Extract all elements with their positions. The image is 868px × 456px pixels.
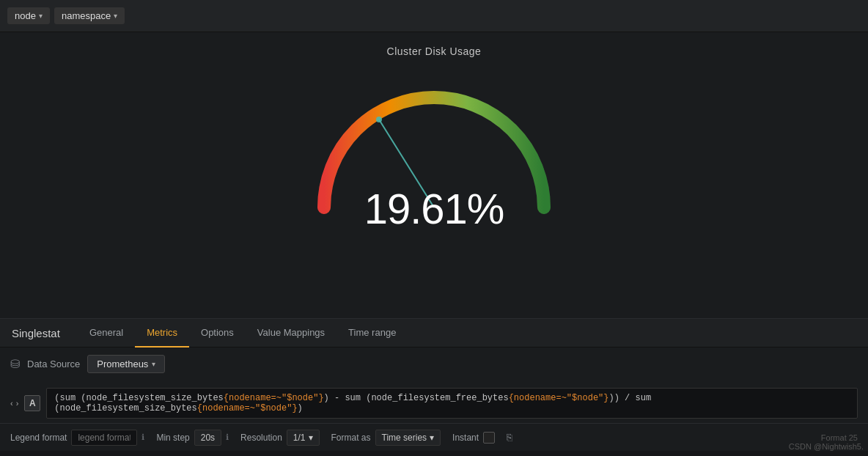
tab-time-range[interactable]: Time range <box>336 318 408 347</box>
chevron-left-icon: ‹ <box>10 399 13 408</box>
resolution-group: Resolution 1/1 ▾ <box>240 430 319 446</box>
metrics-section: ⛁ Data Source Prometheus ▾ <box>0 347 868 385</box>
namespace-label: namespace <box>62 10 111 21</box>
prometheus-button[interactable]: Prometheus ▾ <box>87 355 165 373</box>
resolution-select[interactable]: 1/1 ▾ <box>287 430 320 446</box>
svg-point-1 <box>376 117 382 122</box>
watermark: CSDN @Nightwish5. <box>789 441 864 452</box>
legend-format-input[interactable] <box>71 430 137 446</box>
node-label: node <box>15 10 36 21</box>
database-icon: ⛁ <box>10 357 20 371</box>
gauge-value: 19.61% <box>364 184 504 233</box>
min-step-value[interactable]: 20s <box>194 430 221 446</box>
share-icon[interactable]: ⎘ <box>507 432 512 443</box>
node-button[interactable]: node ▾ <box>7 7 50 24</box>
query-input-display[interactable]: (sum (node_filesystem_size_bytes{nodenam… <box>46 388 858 419</box>
format-as-chevron: ▾ <box>430 433 434 443</box>
gauge-container: 19.61% <box>295 65 573 240</box>
tab-options[interactable]: Options <box>189 318 246 347</box>
query-row: ‹ › A (sum (node_filesystem_size_bytes{n… <box>0 385 868 423</box>
tab-metrics[interactable]: Metrics <box>135 318 189 347</box>
node-chevron: ▾ <box>39 12 43 20</box>
namespace-button[interactable]: namespace ▾ <box>54 7 125 24</box>
share-group: ⎘ <box>507 432 512 443</box>
format-as-label: Format as <box>331 433 371 443</box>
instant-group: Instant <box>452 432 495 444</box>
panel-tabs: Singlestat General Metrics Options Value… <box>0 318 868 347</box>
gauge-title: Cluster Disk Usage <box>387 45 482 57</box>
data-source-label: Data Source <box>27 358 80 369</box>
instant-checkbox[interactable] <box>483 432 495 444</box>
query-toggle: ‹ › <box>10 399 18 408</box>
gauge-area: Cluster Disk Usage 19.61% <box>0 32 868 318</box>
legend-format-group: Legend format ℹ <box>10 430 144 446</box>
prometheus-chevron: ▾ <box>152 360 155 368</box>
format-as-value: Time series <box>382 433 427 443</box>
tab-value-mappings[interactable]: Value Mappings <box>246 318 336 347</box>
min-step-group: Min step 20s ℹ <box>156 430 229 446</box>
legend-format-info-icon[interactable]: ℹ <box>141 433 144 442</box>
panel-title: Singlestat <box>12 327 60 339</box>
namespace-chevron: ▾ <box>114 12 117 20</box>
resolution-value: 1/1 <box>293 433 306 443</box>
query-letter: A <box>24 395 40 411</box>
top-bar: node ▾ namespace ▾ <box>0 0 868 32</box>
resolution-chevron: ▾ <box>309 433 313 443</box>
chevron-right-icon: › <box>16 399 19 408</box>
options-row: Legend format ℹ Min step 20s ℹ Resolutio… <box>0 423 868 451</box>
prometheus-label: Prometheus <box>97 358 148 369</box>
min-step-info-icon[interactable]: ℹ <box>226 433 229 442</box>
legend-format-label: Legend format <box>10 433 67 443</box>
format-as-select[interactable]: Time series ▾ <box>375 430 441 446</box>
data-source-row: ⛁ Data Source Prometheus ▾ <box>10 355 858 373</box>
resolution-label: Resolution <box>240 433 282 443</box>
min-step-label: Min step <box>156 433 189 443</box>
tab-general[interactable]: General <box>78 318 135 347</box>
instant-label: Instant <box>452 433 479 443</box>
format-as-group: Format as Time series ▾ <box>331 430 441 446</box>
